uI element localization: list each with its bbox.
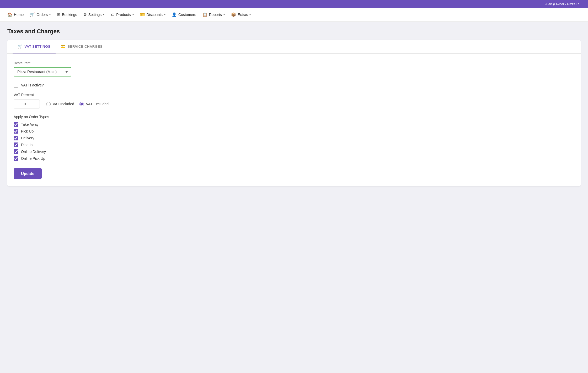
- tab-vat-settings[interactable]: 🛒 VAT SETTINGS: [13, 40, 56, 53]
- dine-in-label[interactable]: Dine In: [21, 143, 33, 147]
- pick-up-label[interactable]: Pick Up: [21, 129, 34, 133]
- nav-bookings-label: Bookings: [62, 13, 77, 17]
- take-away-checkbox[interactable]: [14, 122, 18, 127]
- delivery-label[interactable]: Delivery: [21, 136, 34, 140]
- vat-settings-tab-icon: 🛒: [18, 44, 23, 48]
- discounts-chevron-icon: ▾: [164, 13, 165, 16]
- nav-bar: 🏠 Home 🛒 Orders ▾ ⊞ Bookings ⚙ Settings …: [0, 8, 588, 22]
- nav-home[interactable]: 🏠 Home: [4, 9, 27, 21]
- order-type-item-pick-up: Pick Up: [14, 129, 574, 134]
- nav-extras[interactable]: 📦 Extras ▾: [228, 9, 254, 21]
- settings-icon: ⚙: [83, 12, 87, 17]
- bookings-icon: ⊞: [57, 12, 60, 17]
- online-pick-up-label[interactable]: Online Pick Up: [21, 156, 45, 161]
- vat-excluded-option[interactable]: VAT Excluded: [79, 102, 109, 106]
- nav-reports[interactable]: 📋 Reports ▾: [199, 9, 228, 21]
- vat-active-row: VAT is active?: [14, 83, 574, 87]
- vat-type-radio-group: VAT Included VAT Excluded: [46, 102, 109, 106]
- extras-icon: 📦: [231, 12, 236, 17]
- nav-customers-label: Customers: [178, 13, 196, 17]
- nav-orders[interactable]: 🛒 Orders ▾: [27, 9, 54, 21]
- delivery-checkbox[interactable]: [14, 136, 18, 140]
- orders-chevron-icon: ▾: [49, 13, 51, 16]
- nav-discounts-label: Discounts: [147, 13, 163, 17]
- nav-home-label: Home: [14, 13, 24, 17]
- customers-icon: 👤: [172, 12, 177, 17]
- online-delivery-checkbox[interactable]: [14, 149, 18, 154]
- order-type-item-take-away: Take Away: [14, 122, 574, 127]
- dine-in-checkbox[interactable]: [14, 142, 18, 147]
- settings-chevron-icon: ▾: [103, 13, 104, 16]
- vat-excluded-radio[interactable]: [79, 102, 84, 106]
- user-label: Alan (Owner / Pizza R...: [545, 2, 582, 6]
- online-pick-up-checkbox[interactable]: [14, 156, 18, 161]
- nav-settings-label: Settings: [88, 13, 102, 17]
- nav-products-label: Products: [116, 13, 131, 17]
- extras-chevron-icon: ▾: [249, 13, 251, 16]
- tab-service-charges[interactable]: 💳 SERVICE CHARGES: [56, 40, 108, 53]
- service-charges-tab-icon: 💳: [61, 44, 66, 48]
- vat-percent-input[interactable]: [14, 100, 40, 108]
- update-button[interactable]: Update: [14, 168, 42, 179]
- order-type-item-online-pick-up: Online Pick Up: [14, 156, 574, 161]
- nav-bookings[interactable]: ⊞ Bookings: [54, 9, 80, 21]
- restaurant-group: Restaurant Pizza Restaurant (Main): [14, 61, 574, 76]
- vat-excluded-label: VAT Excluded: [86, 102, 109, 106]
- reports-chevron-icon: ▾: [223, 13, 225, 16]
- order-type-item-online-delivery: Online Delivery: [14, 149, 574, 154]
- vat-included-label: VAT Included: [53, 102, 74, 106]
- online-delivery-label[interactable]: Online Delivery: [21, 150, 46, 154]
- vat-included-radio[interactable]: [46, 102, 51, 106]
- order-types-section: Apply on Order Types Take Away Pick Up D…: [14, 115, 574, 161]
- tab-vat-settings-label: VAT SETTINGS: [25, 45, 51, 48]
- orders-icon: 🛒: [30, 12, 35, 17]
- order-type-item-dine-in: Dine In: [14, 142, 574, 147]
- reports-icon: 📋: [202, 12, 207, 17]
- nav-orders-label: Orders: [36, 13, 48, 17]
- vat-active-checkbox[interactable]: [14, 83, 18, 87]
- form-content: Restaurant Pizza Restaurant (Main) VAT i…: [7, 54, 581, 186]
- order-types-title: Apply on Order Types: [14, 115, 574, 119]
- order-type-item-delivery: Delivery: [14, 136, 574, 140]
- nav-extras-label: Extras: [238, 13, 248, 17]
- restaurant-select[interactable]: Pizza Restaurant (Main): [14, 67, 71, 76]
- vat-percent-section: VAT Percent VAT Included VAT Excluded: [14, 93, 574, 108]
- tab-bar: 🛒 VAT SETTINGS 💳 SERVICE CHARGES: [7, 40, 581, 54]
- vat-percent-row: VAT Included VAT Excluded: [14, 100, 574, 108]
- take-away-label[interactable]: Take Away: [21, 122, 39, 127]
- vat-active-label[interactable]: VAT is active?: [21, 83, 44, 87]
- page-title: Taxes and Charges: [7, 28, 581, 35]
- nav-discounts[interactable]: 🎫 Discounts ▾: [137, 9, 169, 21]
- tab-service-charges-label: SERVICE CHARGES: [68, 45, 103, 48]
- restaurant-label: Restaurant: [14, 61, 574, 65]
- discounts-icon: 🎫: [140, 12, 145, 17]
- nav-reports-label: Reports: [209, 13, 222, 17]
- vat-percent-label: VAT Percent: [14, 93, 574, 97]
- products-icon: 🏷: [111, 12, 115, 17]
- top-bar: Alan (Owner / Pizza R...: [0, 0, 588, 8]
- nav-products[interactable]: 🏷 Products ▾: [108, 9, 137, 21]
- home-icon: 🏠: [7, 12, 12, 17]
- nav-customers[interactable]: 👤 Customers: [169, 9, 199, 21]
- page-content: Taxes and Charges 🛒 VAT SETTINGS 💳 SERVI…: [0, 22, 588, 193]
- taxes-charges-card: 🛒 VAT SETTINGS 💳 SERVICE CHARGES Restaur…: [7, 40, 581, 186]
- pick-up-checkbox[interactable]: [14, 129, 18, 134]
- products-chevron-icon: ▾: [132, 13, 134, 16]
- nav-settings[interactable]: ⚙ Settings ▾: [80, 9, 108, 21]
- vat-included-option[interactable]: VAT Included: [46, 102, 74, 106]
